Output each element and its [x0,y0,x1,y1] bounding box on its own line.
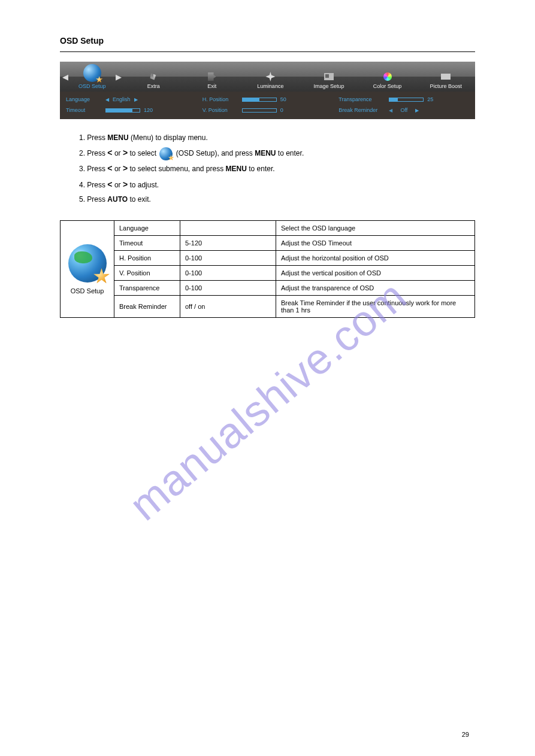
triangle-left-icon[interactable]: ◀ [105,97,109,102]
cell-desc: Break Time Reminder if the user continuo… [276,296,475,318]
table-row: V. Position0-100Adjust the vertical posi… [61,266,475,281]
greater-than-icon: > [123,180,128,189]
setting-label: H. Position [202,96,238,102]
table-row: Transparence0-100Adjust the transparence… [61,281,475,296]
cell-desc: Adjust the horizontal position of OSD [276,251,475,266]
tab-label: Extra [147,83,160,89]
cell-range: 0-100 [180,266,276,281]
step-5: 5. Press AUTO to exit. [79,193,475,207]
cell-name: H. Position [114,251,180,266]
cell-desc: Adjust the transparence of OSD [276,281,475,296]
setting-label: Language [66,96,102,102]
setting-v-position[interactable]: V. Position 0 [202,107,333,113]
section-title: OSD Setup [60,36,475,45]
cell-range: off / on [180,296,276,318]
less-than-icon: < [107,180,112,189]
slider[interactable] [389,98,424,102]
tab-label: Exit [207,83,216,89]
horizontal-rule [60,51,475,52]
cell-name: V. Position [114,266,180,281]
setting-label: Transparence [338,96,385,102]
osd-tab-luminance[interactable]: Luminance [241,62,300,92]
globe-gear-icon [68,244,107,283]
step-4: 4. Press < or > to adjust. [79,177,475,193]
table-row: H. Position0-100Adjust the horizontal po… [61,251,475,266]
cell-desc: Adjust the vertical position of OSD [276,266,475,281]
cell-name: Transparence [114,281,180,296]
setting-value: 50 [280,96,292,102]
page-number: 29 [462,731,469,738]
color-wheel-icon [382,71,393,82]
osd-tab-image-setup[interactable]: Image Setup [300,62,358,92]
table-row: Timeout5-120Adjust the OSD Timeout [61,236,475,251]
settings-table: OSD Setup Language Select the OSD langua… [60,220,475,318]
cell-name: Break Reminder [114,296,180,318]
greater-than-icon: > [123,148,128,157]
cell-desc: Adjust the OSD Timeout [276,236,475,251]
brightness-icon [265,71,276,82]
icon-caption: OSD Setup [65,287,109,294]
osd-settings-area: Language ◀English▶ Timeout 120 H. Positi… [60,92,475,119]
step-2: 2. Press < or > to select (OSD Setup), a… [79,145,475,161]
osd-tab-picture-boost[interactable]: Picture Boost [416,62,475,92]
cell-range: 0-100 [180,251,276,266]
triangle-left-icon[interactable]: ◀ [389,108,392,113]
globe-gear-icon [159,147,173,160]
setting-timeout[interactable]: Timeout 120 [66,107,197,113]
triangle-right-icon[interactable]: ▶ [134,97,138,102]
step-3: 3. Press < or > to select submenu, and p… [79,160,475,177]
setting-value: English [113,96,131,102]
greater-than-icon: > [123,163,128,173]
tools-icon [148,71,159,82]
slider[interactable] [105,108,140,113]
triangle-right-icon[interactable]: ▶ [415,108,419,113]
less-than-icon: < [107,163,112,173]
exit-icon [207,71,217,82]
setting-label: V. Position [202,107,238,113]
cell-range: 0-100 [180,281,276,296]
osd-tab-exit[interactable]: Exit [183,62,241,92]
setting-language[interactable]: Language ◀English▶ [66,96,197,102]
tab-label: Picture Boost [430,83,462,89]
tab-label: Image Setup [313,83,344,89]
osd-tab-extra[interactable]: Extra [124,62,183,92]
cell-range: 5-120 [180,236,276,251]
chevron-left-icon[interactable]: ◀ [62,72,68,81]
step-1: 1. Press MENU (Menu) to display menu. [79,131,475,145]
tab-label: OSD Setup [78,83,106,89]
globe-gear-icon [83,64,101,82]
osd-tab-osd-setup[interactable]: ◀ OSD Setup ▶ [60,62,124,92]
setting-value: 0 [280,107,292,113]
setting-value: 120 [144,107,156,113]
image-icon [324,71,334,82]
setting-h-position[interactable]: H. Position 50 [202,96,333,102]
table-row: OSD Setup Language Select the OSD langua… [61,221,475,236]
picture-boost-icon [440,71,451,82]
setting-value: 25 [427,96,439,102]
osd-tab-bar: ◀ OSD Setup ▶ Extra Exit Luminance Image… [60,62,475,92]
cell-name: Language [114,221,180,236]
osd-panel: ◀ OSD Setup ▶ Extra Exit Luminance Image… [60,62,475,119]
tab-label: Luminance [257,83,283,89]
setting-transparence[interactable]: Transparence 25 [338,96,469,102]
slider[interactable] [242,108,277,113]
tab-label: Color Setup [373,83,402,89]
setting-label: Break Reminder [338,107,385,113]
instruction-steps: 1. Press MENU (Menu) to display menu. 2.… [79,131,475,206]
setting-label: Timeout [66,107,102,113]
slider[interactable] [242,98,277,102]
cell-desc: Select the OSD language [276,221,475,236]
chevron-right-icon[interactable]: ▶ [116,72,122,81]
cell-name: Timeout [114,236,180,251]
table-row: Break Reminderoff / onBreak Time Reminde… [61,296,475,318]
osd-tab-color-setup[interactable]: Color Setup [358,62,417,92]
setting-value: Off [396,107,412,113]
setting-break-reminder[interactable]: Break Reminder ◀Off▶ [338,107,469,113]
icon-cell: OSD Setup [61,221,114,318]
cell-range [180,221,276,236]
less-than-icon: < [107,148,112,157]
